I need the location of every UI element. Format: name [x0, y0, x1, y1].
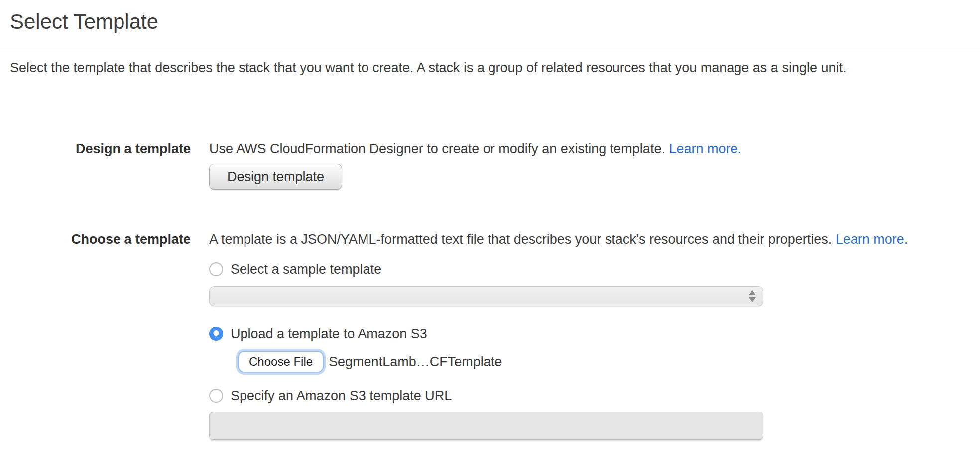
header-divider [0, 49, 980, 49]
select-stepper-icon [749, 290, 756, 302]
choose-template-description: A template is a JSON/YAML-formatted text… [209, 232, 832, 247]
design-learn-more-link[interactable]: Learn more. [669, 141, 741, 156]
upload-template-option-label: Upload a template to Amazon S3 [231, 325, 427, 342]
radio-unselected-icon[interactable] [209, 262, 223, 276]
s3-url-input[interactable] [209, 412, 763, 440]
radio-selected-icon[interactable] [209, 327, 223, 341]
select-template-form: Design a template Use AWS CloudFormation… [0, 140, 980, 440]
choose-template-label: Choose a template [0, 231, 191, 248]
intro-text: Select the template that describes the s… [10, 59, 980, 76]
sample-template-option[interactable]: Select a sample template [209, 261, 908, 278]
design-template-button[interactable]: Design template [209, 164, 342, 190]
select-template-page: Select Template Select the template that… [0, 0, 980, 440]
choose-file-button[interactable]: Choose File [238, 351, 324, 373]
choose-template-description-line: A template is a JSON/YAML-formatted text… [209, 231, 908, 248]
design-template-description: Use AWS CloudFormation Designer to creat… [209, 141, 665, 156]
upload-template-option[interactable]: Upload a template to Amazon S3 [209, 325, 908, 342]
choose-template-row: Choose a template A template is a JSON/Y… [0, 231, 980, 440]
file-upload-row: Choose File SegmentLamb…CFTemplate [238, 351, 908, 373]
url-template-option-label: Specify an Amazon S3 template URL [231, 387, 452, 404]
arrow-down-icon [749, 297, 756, 302]
radio-unselected-icon[interactable] [209, 389, 223, 403]
sample-template-option-label: Select a sample template [231, 261, 381, 278]
arrow-up-icon [749, 290, 756, 295]
design-template-row: Design a template Use AWS CloudFormation… [0, 140, 980, 190]
selected-file-name: SegmentLamb…CFTemplate [329, 353, 502, 370]
design-template-description-line: Use AWS CloudFormation Designer to creat… [209, 140, 741, 157]
url-template-option[interactable]: Specify an Amazon S3 template URL [209, 387, 908, 404]
choose-learn-more-link[interactable]: Learn more. [836, 232, 908, 247]
design-template-label: Design a template [0, 140, 191, 157]
page-title: Select Template [0, 0, 980, 35]
sample-template-select[interactable] [209, 286, 763, 306]
